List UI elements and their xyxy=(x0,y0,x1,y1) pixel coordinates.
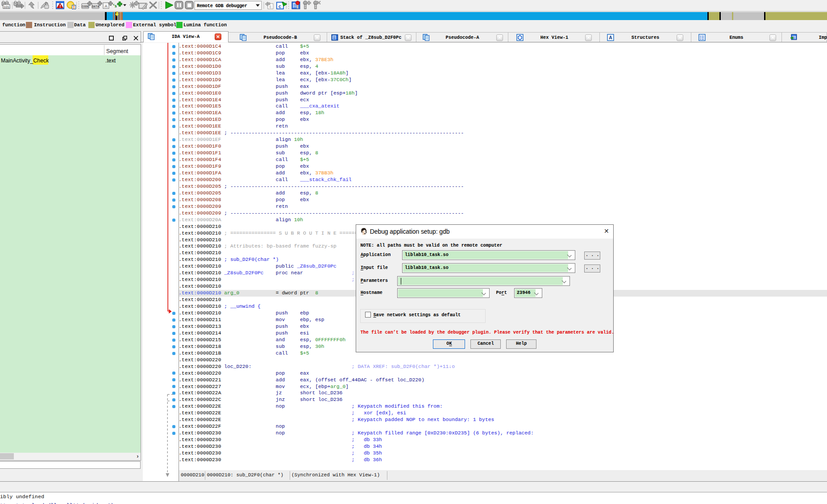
svg-text:c: c xyxy=(278,4,281,9)
svg-text:101: 101 xyxy=(4,5,9,9)
svg-text:c: c xyxy=(270,4,272,9)
svg-text:‘s: ‘s xyxy=(113,3,117,9)
svg-text:DATA: DATA xyxy=(92,5,99,8)
svg-text:A: A xyxy=(104,4,107,8)
svg-text:A: A xyxy=(609,35,612,40)
svg-text:Remote GDB debugger: Remote GDB debugger xyxy=(197,3,247,8)
svg-text:CODE: CODE xyxy=(82,5,89,8)
